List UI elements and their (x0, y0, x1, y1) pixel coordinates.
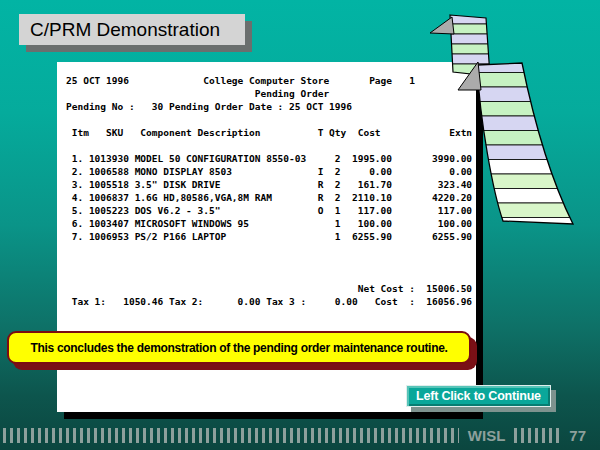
callout-text: This concludes the demonstration of the … (30, 341, 447, 355)
title-box: C/PRM Demonstration (19, 14, 245, 45)
pending-order-report: 25 OCT 1996 College Computer Store Page … (66, 74, 472, 308)
footer-barcode-left (3, 428, 459, 443)
footer-brand: WISL (468, 427, 506, 444)
continue-button-label: Left Click to Continue (416, 389, 541, 403)
callout-box: This concludes the demonstration of the … (7, 331, 471, 364)
footer-page-number: 77 (569, 427, 586, 444)
demo-slide: C/PRM Demonstration 25 OCT 1996 College … (0, 0, 600, 450)
fanfold-printer-paper-icon (425, 2, 597, 235)
footer-barcode-mid (514, 428, 560, 443)
footer-bar: WISL 77 (0, 428, 600, 443)
page-title: C/PRM Demonstration (30, 19, 220, 41)
continue-button[interactable]: Left Click to Continue (406, 385, 551, 407)
